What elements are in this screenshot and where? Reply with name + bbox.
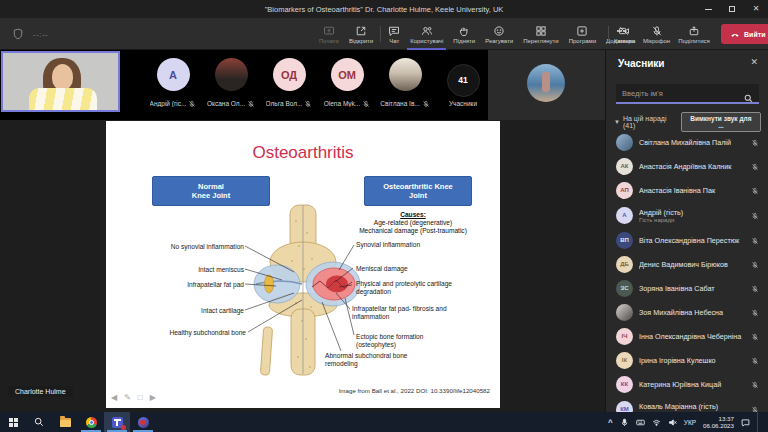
mic-off-icon[interactable] (751, 206, 759, 224)
leave-button[interactable]: Вийти (721, 24, 768, 44)
participant-row[interactable]: А Андрій (гість) Гість наради (606, 202, 768, 228)
shield-icon (12, 28, 24, 40)
participant-row[interactable]: ІК Ірина Ігорівна Кулешко (606, 348, 768, 372)
mute-all-button[interactable]: Вимкнути звук для ... (681, 112, 761, 132)
mic-off-icon[interactable] (751, 327, 759, 345)
share-button[interactable]: Поділитися (675, 18, 713, 50)
label-ectopic-bone: Ectopic bone formation (osteophytes) (356, 333, 446, 348)
participant-thumbnail[interactable]: ОД Ольга Вол... (260, 50, 318, 120)
participant-row[interactable]: ДБ Денис Вадимович Бірюков (606, 252, 768, 276)
toolbar-item-view[interactable]: Переглянути (520, 18, 562, 50)
toolbar-item-open[interactable]: Відкрити (346, 18, 376, 50)
participants-counter[interactable]: 41 Учасники (434, 50, 492, 120)
participant-thumbnail[interactable]: Оксана Ол... (202, 50, 260, 120)
meeting-timer: --:-- (33, 31, 48, 38)
phone-icon (730, 29, 740, 39)
mic-off-icon[interactable] (751, 375, 759, 393)
grid-icon (535, 25, 547, 37)
mic-off-icon[interactable] (751, 255, 759, 273)
mic-off-icon[interactable] (751, 279, 759, 297)
mic-off-icon[interactable] (751, 231, 759, 249)
participant-row[interactable]: ВП Віта Олександрівна Перестюк (606, 228, 768, 252)
participant-row[interactable]: ІЧ Інна Олександрівна Чеберніна (606, 324, 768, 348)
participant-thumbnail[interactable]: Світлана Ів... (376, 50, 434, 120)
tray-keyboard-icon[interactable] (636, 418, 645, 427)
label-abnormal-subchondral: Abnormal subchondral bone remodeling (325, 352, 435, 367)
chrome-button[interactable] (78, 412, 104, 432)
participant-thumbnail[interactable]: ОМ Olena Myk... (318, 50, 376, 120)
minimize-button[interactable] (696, 0, 720, 18)
knee-diagram (106, 121, 500, 408)
language-indicator[interactable]: УКР (684, 419, 696, 426)
taskbar-clock[interactable]: 13:37 06.06.2023 (703, 415, 734, 430)
chevron-down-icon[interactable]: ▼ (614, 119, 620, 125)
start-button[interactable] (0, 412, 26, 432)
toolbar-item-react[interactable]: Реагувати (482, 18, 516, 50)
participant-list: Світлана Михайлівна Палій АК Анастасія А… (606, 130, 768, 412)
toolbar-item-raise-hand[interactable]: Підняти (450, 18, 478, 50)
meeting-toolbar: --:-- Почати Відкрити Чат Користувачі (0, 18, 768, 50)
avatar: ДБ (616, 256, 633, 273)
thumbnail-list: А Андрій (гіс... Оксана Ол... ОД Ольга В… (144, 50, 492, 120)
file-explorer-button[interactable] (52, 412, 78, 432)
thumbnail-name: Ольга Вол... (266, 100, 303, 107)
pen-tool-button[interactable]: ✎ (124, 393, 131, 402)
sidebar-close-button[interactable]: ✕ (750, 57, 758, 67)
participant-row[interactable]: ЗС Зоряна Іванівна Сабат (606, 276, 768, 300)
speaker-avatar (527, 64, 565, 102)
mic-off-icon[interactable] (751, 133, 759, 151)
toolbar-item-apps[interactable]: Програми (566, 18, 599, 50)
folder-icon (60, 418, 71, 427)
toolbar-item-chat[interactable]: Чат (385, 18, 403, 50)
toolbar-right: Камера Мікрофон Поділитися Вийти (608, 18, 768, 50)
speaker-panel[interactable] (488, 50, 605, 120)
camera-button[interactable]: Камера (611, 18, 638, 50)
view-slides-button[interactable]: □ (138, 393, 143, 402)
close-button[interactable]: ✕ (744, 0, 768, 18)
windows-taskbar: ^ УКР 13:37 06.06.2023 (0, 412, 768, 432)
participant-row[interactable]: АК Анастасія Андріївна Калник (606, 154, 768, 178)
avatar (215, 58, 248, 91)
taskbar-app-button[interactable] (130, 412, 156, 432)
toolbar-divider-right (608, 26, 609, 42)
shared-content-stage: Osteoarthritis Normal Knee Joint Osteoar… (0, 120, 605, 412)
taskbar-search-button[interactable] (26, 412, 52, 432)
participant-row[interactable]: Зоя Михайлівна Небесна (606, 300, 768, 324)
participant-row[interactable]: КМ Коваль Маріанна (гість) Гість наради (606, 396, 768, 412)
search-icon (34, 417, 44, 427)
label-intact-cartilage: Intact cartilage (201, 307, 244, 315)
participant-row[interactable]: Світлана Михайлівна Палій (606, 130, 768, 154)
chat-icon (388, 25, 400, 37)
mic-off-icon[interactable] (751, 157, 759, 175)
next-slide-button[interactable]: ▶ (150, 393, 156, 402)
mic-off-icon[interactable] (751, 303, 759, 321)
tray-volume-muted-icon[interactable] (668, 418, 677, 427)
avatar: А (616, 207, 633, 224)
mic-off-icon (188, 94, 196, 112)
tray-network-icon[interactable] (652, 418, 661, 427)
tray-expand-button[interactable]: ^ (608, 418, 613, 427)
mic-button[interactable]: Мікрофон (640, 18, 673, 50)
share-screen-icon (323, 25, 335, 37)
participant-thumbnail[interactable]: А Андрій (гіс... (144, 50, 202, 120)
avatar: ІК (616, 352, 633, 369)
action-center-icon[interactable] (741, 418, 750, 427)
thumbnail-name: Світлана Ів... (380, 100, 420, 107)
participant-row[interactable]: АП Анастасія Іванівна Пак (606, 178, 768, 202)
search-input[interactable] (616, 84, 759, 104)
tray-mic-icon[interactable] (620, 418, 629, 427)
mic-off-icon[interactable] (751, 400, 759, 412)
maximize-button[interactable] (720, 0, 744, 18)
mic-off-icon[interactable] (751, 181, 759, 199)
participant-name: Коваль Маріанна (гість) (639, 402, 745, 411)
self-video-tile[interactable] (1, 51, 120, 112)
prev-slide-button[interactable]: ◀ (111, 393, 117, 402)
participant-row[interactable]: КК Катерина Юріївна Кицай (606, 372, 768, 396)
teams-button[interactable] (104, 412, 130, 432)
mic-off-icon[interactable] (751, 351, 759, 369)
titlebar: "Biomarkers of Osteoarthritis" Dr. Charl… (0, 0, 768, 18)
toolbar-item-participants[interactable]: Користувачі (407, 18, 446, 50)
show-desktop-button[interactable] (757, 412, 760, 432)
avatar (616, 304, 633, 321)
toolbar-item-start[interactable]: Почати (316, 18, 342, 50)
